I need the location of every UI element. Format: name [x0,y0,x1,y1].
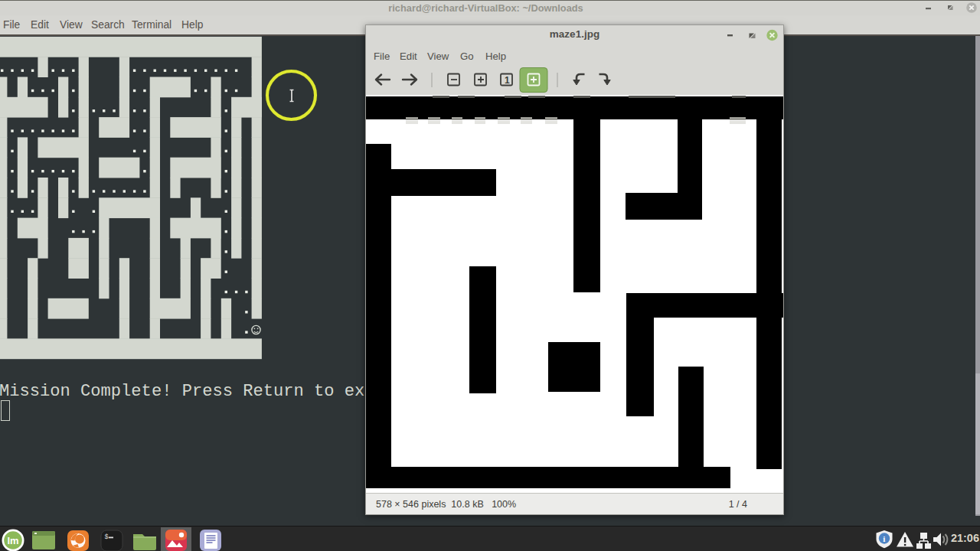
svg-text:$: $ [105,533,109,541]
svg-text:lm: lm [8,535,19,546]
svg-text:i: i [883,534,885,543]
svg-text:1: 1 [505,75,510,86]
